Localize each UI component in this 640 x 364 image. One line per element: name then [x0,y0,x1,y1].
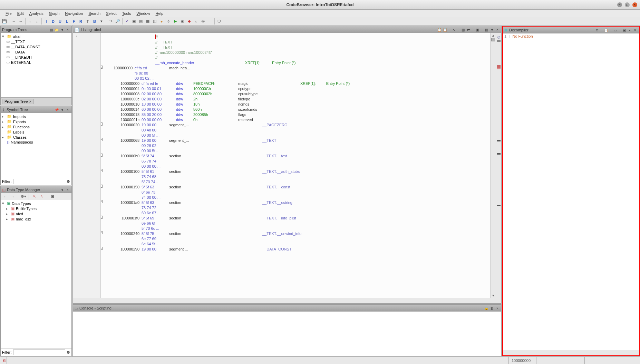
more-icon[interactable]: ⋯ [207,18,213,24]
filter-settings-icon[interactable]: ⚙ [67,179,70,184]
menu-select[interactable]: Select [103,11,119,16]
close-panel-icon[interactable]: × [495,27,500,32]
dropdown-icon[interactable]: ▾ [627,28,632,32]
db-icon[interactable]: ◫ [152,18,158,24]
tree-root[interactable]: ▾📁afcd [1,34,71,39]
fields-icon[interactable]: ▥ [460,27,465,32]
b-icon[interactable]: B [91,18,98,24]
close-panel-icon[interactable]: × [65,107,70,112]
tree-item[interactable]: ▭EXTERNAL [1,60,71,65]
minimize-button[interactable]: − [617,2,622,7]
copy-icon[interactable]: 📋 [437,27,442,32]
tree-root[interactable]: ▾▣Data Types [1,201,71,206]
symbol-filter-input[interactable] [13,179,66,184]
f-icon[interactable]: F [71,18,77,24]
decompiler-body[interactable]: 1 | No Function [503,33,639,350]
search-icon[interactable]: 🔎 [115,18,121,24]
tree-item[interactable]: {}Namespaces [1,140,71,145]
array-pointer-icon[interactable]: ↖ [39,194,45,200]
filter-icon[interactable]: ⚙▾ [20,194,27,200]
horizontal-scrollbar[interactable] [73,298,501,303]
tree-item[interactable]: ▸▣mac_osx [1,216,71,222]
d-icon[interactable]: D [50,18,56,24]
check-icon[interactable]: ✓ [124,18,130,24]
export-icon[interactable]: ▦ [145,18,151,24]
filter-settings-icon[interactable]: ⚙ [67,350,70,355]
menu-help[interactable]: Help [153,11,166,16]
clear-icon[interactable]: 🗑 [489,306,494,311]
menu-analysis[interactable]: Analysis [27,11,46,16]
console-body[interactable] [73,312,501,356]
down-icon[interactable]: ↓ [34,18,40,24]
tree-item[interactable]: ▸📁Exports [1,119,71,124]
export-icon[interactable]: ▭ [613,28,618,32]
u-icon[interactable]: U [57,18,63,24]
save-icon[interactable]: 💾 [1,18,8,24]
snapshot-icon[interactable]: ▣ [475,27,480,32]
play-icon[interactable]: ▶ [172,18,178,24]
paste-icon[interactable]: 📋 [443,27,447,32]
tree-item[interactable]: 📁Labels [1,129,71,135]
globe-icon[interactable]: ⬡ [216,18,222,24]
scroll-lock-icon[interactable]: 🔒 [484,306,489,311]
tree-item[interactable]: ▸📁Imports [1,114,71,119]
tree-item[interactable]: ▸▣BuiltInTypes [1,206,71,211]
dropdown-icon[interactable]: ▾ [60,187,65,192]
tree-item[interactable]: ▸📁Functions [1,124,71,129]
refresh-icon[interactable]: ⟳ [595,28,600,32]
i-icon[interactable]: I [43,18,49,24]
menu-tools[interactable]: Tools [119,11,134,16]
tree-icon[interactable]: ⊹ [165,18,172,24]
tree-item[interactable]: ▭__LINKEDIT [1,55,71,60]
vertical-scrollbar[interactable]: ▴ ▾ [490,33,496,298]
dtm-filter-input[interactable] [13,350,66,355]
pointer-icon[interactable]: ↖ [31,194,37,200]
close-panel-icon[interactable]: × [65,187,70,192]
t-icon[interactable]: T [85,18,91,24]
menu-graph[interactable]: Graph [46,11,62,16]
cursor-icon[interactable]: ↖ [452,27,456,32]
snapshot-icon[interactable]: ▣ [622,28,627,32]
field-edit-icon[interactable]: ▤ [484,27,489,32]
tree-item[interactable]: ▸📁Classes [1,135,71,140]
back-icon[interactable]: ← [11,18,17,24]
forward-icon[interactable]: → [10,194,16,200]
cube-icon[interactable]: ▣ [131,18,137,24]
close-panel-icon[interactable]: × [495,306,500,311]
program-tree-tab[interactable]: Program Tree× [2,99,34,104]
r-icon[interactable]: R [78,18,84,24]
diamond-icon[interactable]: ◆ [186,18,192,24]
forward-icon[interactable]: → [18,18,24,24]
collapse-icon[interactable]: ⊟ [49,194,56,200]
overview-bar[interactable] [496,33,501,298]
folder-icon[interactable]: 📁 [54,27,59,32]
maximize-button[interactable]: □ [625,2,630,7]
eye-icon[interactable]: 👁 [200,18,206,24]
up-icon[interactable]: ↑ [27,18,33,24]
menu-file[interactable]: File [3,11,14,16]
close-button[interactable]: × [632,2,637,7]
tree-item[interactable]: ▭__DATA_CONST [1,44,71,49]
menu-edit[interactable]: Edit [14,11,27,16]
marker-icon[interactable]: ▾ [98,18,105,24]
diff-icon[interactable]: ⇄ [466,27,471,32]
copy-icon[interactable]: 📋 [604,28,609,32]
dropdown-icon[interactable]: ▾ [60,107,65,112]
close-panel-icon[interactable]: × [633,28,638,32]
back-icon[interactable]: ← [2,194,8,200]
script-icon[interactable]: ▤ [138,18,144,24]
tree-view-icon[interactable]: ▤ [49,27,54,32]
pin-icon[interactable]: 📌 [54,107,59,112]
dropdown-icon[interactable]: ▾ [60,27,65,32]
tree-item[interactable]: ▭__TEXT [1,39,71,44]
close-panel-icon[interactable]: × [65,27,70,32]
circle-icon[interactable]: ○ [193,18,199,24]
tree-item[interactable]: ▸▣afcd [1,211,71,216]
redo-icon[interactable]: ↷ [108,18,114,24]
menu-navigation[interactable]: Navigation [62,11,86,16]
menu-search[interactable]: Search [86,11,103,16]
square-icon[interactable]: ▣ [179,18,185,24]
horizontal-scrollbar[interactable] [503,350,639,355]
l-icon[interactable]: L [64,18,70,24]
menu-window[interactable]: Window [134,11,153,16]
